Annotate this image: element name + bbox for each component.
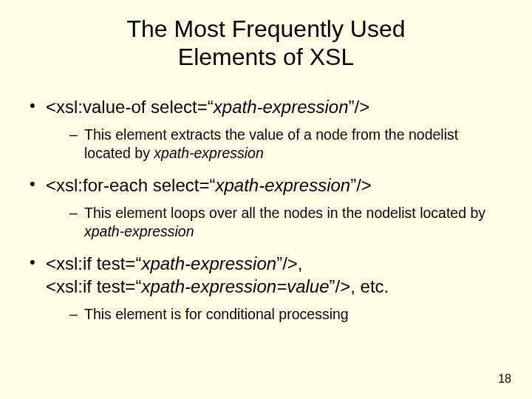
sub-em: xpath-expression bbox=[154, 145, 264, 161]
sub-em: xpath-expression bbox=[84, 223, 194, 239]
sub-bullet-item: This element is for conditional processi… bbox=[69, 305, 504, 324]
code-em: xpath-expression=value bbox=[141, 276, 329, 296]
bullet-item: <xsl:value-of select=“xpath-expression”/… bbox=[28, 95, 504, 163]
sub-text: This element extracts the value of a nod… bbox=[84, 126, 458, 161]
slide-title: The Most Frequently Used Elements of XSL bbox=[28, 15, 504, 72]
code-em: xpath-expression bbox=[215, 175, 350, 195]
bullet-list: <xsl:value-of select=“xpath-expression”/… bbox=[28, 95, 504, 324]
code-text: <xsl:value-of select=“ bbox=[46, 97, 214, 117]
sub-bullet-list: This element loops over all the nodes in… bbox=[46, 204, 504, 242]
code-text: ”/>, bbox=[276, 253, 302, 273]
code-em: xpath-expression bbox=[214, 97, 349, 117]
bullet-item: <xsl:if test=“xpath-expression”/>, <xsl:… bbox=[28, 252, 504, 324]
code-text: <xsl:for-each select=“ bbox=[46, 175, 215, 195]
bullet-item: <xsl:for-each select=“xpath-expression”/… bbox=[28, 174, 504, 242]
sub-bullet-item: This element extracts the value of a nod… bbox=[69, 126, 504, 163]
sub-bullet-list: This element extracts the value of a nod… bbox=[46, 126, 504, 163]
bullet-main: <xsl:for-each select=“xpath-expression”/… bbox=[46, 174, 504, 197]
page-number: 18 bbox=[498, 372, 511, 386]
sub-text: This element is for conditional processi… bbox=[84, 306, 349, 322]
code-text: ”/> bbox=[349, 97, 370, 117]
code-text: ”/>, etc. bbox=[330, 276, 389, 296]
code-em: xpath-expression bbox=[141, 253, 276, 273]
code-text: <xsl:if test=“ bbox=[46, 276, 141, 296]
sub-bullet-item: This element loops over all the nodes in… bbox=[69, 204, 504, 242]
bullet-main: <xsl:value-of select=“xpath-expression”/… bbox=[46, 95, 504, 118]
bullet-main: <xsl:if test=“xpath-expression”/>, <xsl:… bbox=[46, 252, 504, 298]
sub-bullet-list: This element is for conditional processi… bbox=[46, 305, 504, 324]
title-line-1: The Most Frequently Used bbox=[126, 16, 405, 42]
code-text: <xsl:if test=“ bbox=[46, 253, 141, 273]
title-line-2: Elements of XSL bbox=[178, 44, 354, 70]
code-text: ”/> bbox=[350, 175, 372, 195]
sub-text: This element loops over all the nodes in… bbox=[84, 205, 485, 221]
